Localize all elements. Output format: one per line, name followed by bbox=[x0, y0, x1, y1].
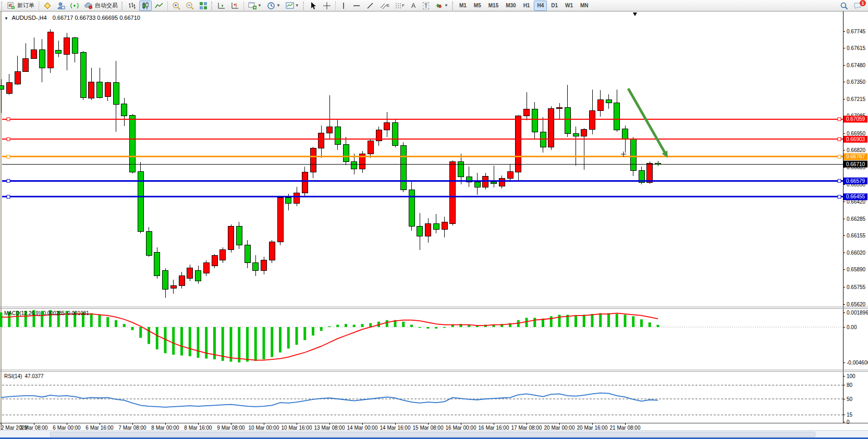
candle bbox=[655, 161, 661, 166]
line-handle[interactable] bbox=[7, 179, 10, 182]
candle bbox=[89, 68, 94, 100]
svg-text:0.67059: 0.67059 bbox=[846, 116, 865, 122]
line-handle[interactable] bbox=[838, 195, 841, 198]
line-handle[interactable] bbox=[838, 118, 841, 121]
macd-signal-value: 0.001081 bbox=[67, 310, 89, 316]
svg-text:0.66767: 0.66767 bbox=[846, 154, 865, 159]
candle bbox=[269, 240, 275, 263]
candle bbox=[516, 115, 521, 181]
candle bbox=[400, 142, 406, 192]
rsi-value: 47.0377 bbox=[25, 373, 43, 379]
candle bbox=[384, 112, 390, 137]
price-tick-label: 0.67215 bbox=[847, 96, 866, 102]
candle bbox=[146, 227, 152, 257]
candle bbox=[64, 33, 70, 70]
price-tick-label: 0.65890 bbox=[847, 267, 866, 272]
line-handle[interactable] bbox=[7, 137, 10, 141]
candle bbox=[499, 175, 505, 189]
price-badge: 0.66455 bbox=[843, 193, 867, 200]
price-tick-label: 0.67615 bbox=[847, 45, 866, 51]
horizontal-scrollbar[interactable] bbox=[0, 430, 868, 437]
candle bbox=[335, 119, 340, 150]
candle bbox=[548, 106, 554, 150]
candle bbox=[573, 127, 579, 166]
date-axis: 2 Mar 20233 Mar 08:006 Mar 00:006 Mar 16… bbox=[1, 423, 641, 431]
candle bbox=[187, 265, 193, 281]
candle bbox=[466, 167, 472, 187]
chart-title: ▼ AUDUSD-,H4 0.66717 0.66733 0.66695 0.6… bbox=[4, 15, 140, 21]
candle bbox=[590, 90, 595, 134]
horizontal-line-0.66455[interactable] bbox=[2, 195, 843, 198]
current-price-badge: 0.66710 bbox=[843, 161, 867, 168]
mt4-chart-window: { "toolbar": { "new_order_label": "新订单",… bbox=[0, 0, 868, 439]
macd-tick-label: 0.001896 bbox=[847, 310, 868, 316]
pane-splitter[interactable] bbox=[0, 370, 868, 370]
symbol-period-label: AUDUSD-,H4 bbox=[11, 15, 46, 21]
candle bbox=[606, 94, 612, 109]
horizontal-line-0.66903[interactable] bbox=[2, 137, 843, 141]
candle bbox=[170, 280, 176, 294]
price-tick-label: 0.67745 bbox=[847, 29, 866, 34]
macd-tick-label: -0.004606 bbox=[847, 360, 868, 366]
candle bbox=[393, 119, 398, 147]
rsi-tick-label: 80 bbox=[847, 382, 853, 388]
candle bbox=[597, 90, 603, 117]
candle bbox=[319, 126, 324, 158]
pane-splitter bbox=[0, 371, 868, 372]
price-tick-label: 0.66155 bbox=[847, 233, 866, 239]
chart-canvas: 0.677450.676150.674800.673500.672150.670… bbox=[0, 0, 868, 439]
candle bbox=[195, 266, 201, 284]
candle bbox=[277, 196, 283, 245]
line-handle[interactable] bbox=[838, 137, 841, 141]
line-handle[interactable] bbox=[838, 179, 841, 182]
line-handle[interactable] bbox=[7, 195, 10, 198]
candle bbox=[409, 181, 414, 231]
horizontal-line-0.67059[interactable] bbox=[2, 118, 843, 121]
price-tick-label: 0.67480 bbox=[847, 62, 866, 68]
scrollbar-thumb[interactable] bbox=[50, 432, 815, 437]
candle bbox=[491, 166, 497, 187]
candle bbox=[130, 114, 136, 173]
candle bbox=[23, 43, 29, 72]
rsi-tick-label: 50 bbox=[847, 396, 853, 402]
line-handle[interactable] bbox=[7, 118, 10, 121]
candle bbox=[113, 61, 119, 132]
horizontal-line-0.66579[interactable] bbox=[2, 179, 843, 182]
candle bbox=[360, 151, 365, 173]
line-handle[interactable] bbox=[7, 155, 10, 158]
rsi-tick-label: 100 bbox=[847, 373, 855, 379]
price-badge: 0.67059 bbox=[843, 116, 867, 122]
candle bbox=[121, 98, 127, 126]
candle bbox=[203, 260, 209, 276]
candle bbox=[474, 173, 480, 195]
candle bbox=[80, 51, 86, 100]
candle bbox=[179, 272, 185, 289]
price-tick-label: 0.66950 bbox=[847, 131, 866, 136]
candle bbox=[507, 164, 513, 181]
candle bbox=[47, 29, 53, 73]
svg-text:0.66455: 0.66455 bbox=[846, 194, 865, 199]
candle bbox=[343, 137, 349, 165]
candle bbox=[376, 127, 382, 146]
price-badge: 0.66579 bbox=[843, 178, 867, 184]
candle bbox=[253, 255, 259, 276]
candle bbox=[557, 103, 563, 119]
price-tick-label: 0.67350 bbox=[847, 79, 866, 85]
candle bbox=[368, 139, 373, 158]
pane-splitter[interactable] bbox=[0, 307, 868, 307]
candle bbox=[261, 257, 267, 275]
macd-name: MACD(12,26,9) bbox=[4, 310, 40, 316]
rsi-tick-label: 15 bbox=[847, 412, 853, 418]
line-handle[interactable] bbox=[838, 155, 841, 158]
one-click-trading-toggle[interactable]: ▼ bbox=[4, 16, 8, 21]
ohlc-values: 0.66717 0.66733 0.66695 0.66710 bbox=[53, 15, 140, 21]
pane-splitter bbox=[0, 308, 868, 309]
candle bbox=[614, 90, 620, 132]
candle bbox=[154, 247, 160, 278]
horizontal-line-0.66767[interactable] bbox=[2, 155, 843, 158]
candle bbox=[458, 154, 464, 184]
price-tick-label: 0.65620 bbox=[847, 302, 866, 307]
price-axis: 0.677450.676150.674800.673500.672150.670… bbox=[843, 29, 866, 307]
candle bbox=[228, 224, 234, 253]
macd-histogram bbox=[1, 310, 658, 362]
